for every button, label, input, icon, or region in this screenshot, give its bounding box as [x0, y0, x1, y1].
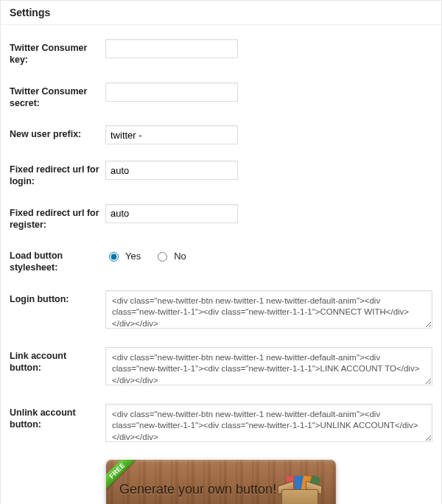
label-unlink-account-button: Unlink account button:	[10, 404, 105, 431]
panel-title: Settings	[1, 1, 441, 25]
row-login-button: Login button:	[10, 282, 432, 339]
row-unlink-account-button: Unlink account button:	[10, 396, 432, 452]
radio-item-no[interactable]: No	[154, 250, 186, 262]
input-consumer-secret[interactable]	[105, 83, 238, 102]
textarea-login-button[interactable]	[105, 290, 432, 329]
box-icon	[277, 470, 324, 505]
input-redirect-register[interactable]	[105, 204, 238, 223]
textarea-link-account-button[interactable]	[105, 347, 432, 385]
radio-yes[interactable]	[109, 252, 119, 262]
row-link-account-button: Link account button:	[10, 339, 432, 396]
input-consumer-key[interactable]	[105, 39, 238, 58]
label-redirect-login: Fixed redirect url for login:	[10, 161, 105, 188]
input-new-user-prefix[interactable]	[105, 125, 238, 144]
radio-item-yes[interactable]: Yes	[105, 250, 141, 262]
banner-wrap: FREE Generate your own button!	[10, 452, 432, 505]
row-new-user-prefix: New user prefix:	[10, 117, 432, 153]
label-link-account-button: Link account button:	[10, 347, 105, 374]
radio-group-load-stylesheet: Yes No	[105, 247, 432, 262]
row-consumer-secret: Twitter Consumer secret:	[10, 74, 432, 118]
banner-text: Generate your own button!	[119, 481, 276, 497]
radio-yes-label: Yes	[125, 251, 141, 262]
label-login-button: Login button:	[10, 290, 105, 305]
radio-no[interactable]	[158, 252, 167, 262]
label-new-user-prefix: New user prefix:	[10, 125, 105, 140]
row-consumer-key: Twitter Consumer key:	[10, 31, 432, 74]
settings-form: Twitter Consumer key: Twitter Consumer s…	[1, 25, 441, 504]
row-redirect-login: Fixed redirect url for login:	[10, 153, 432, 196]
radio-no-label: No	[174, 251, 186, 262]
input-redirect-login[interactable]	[105, 161, 238, 180]
label-consumer-secret: Twitter Consumer secret:	[10, 83, 105, 110]
row-redirect-register: Fixed redirect url for register:	[10, 196, 432, 239]
row-load-stylesheet: Load button stylesheet: Yes No	[10, 239, 432, 282]
label-consumer-key: Twitter Consumer key:	[10, 39, 105, 66]
settings-panel: Settings Twitter Consumer key: Twitter C…	[0, 0, 442, 504]
label-redirect-register: Fixed redirect url for register:	[10, 204, 105, 231]
textarea-unlink-account-button[interactable]	[105, 404, 432, 442]
generate-button-banner[interactable]: FREE Generate your own button!	[106, 460, 336, 505]
label-load-stylesheet: Load button stylesheet:	[10, 247, 105, 274]
